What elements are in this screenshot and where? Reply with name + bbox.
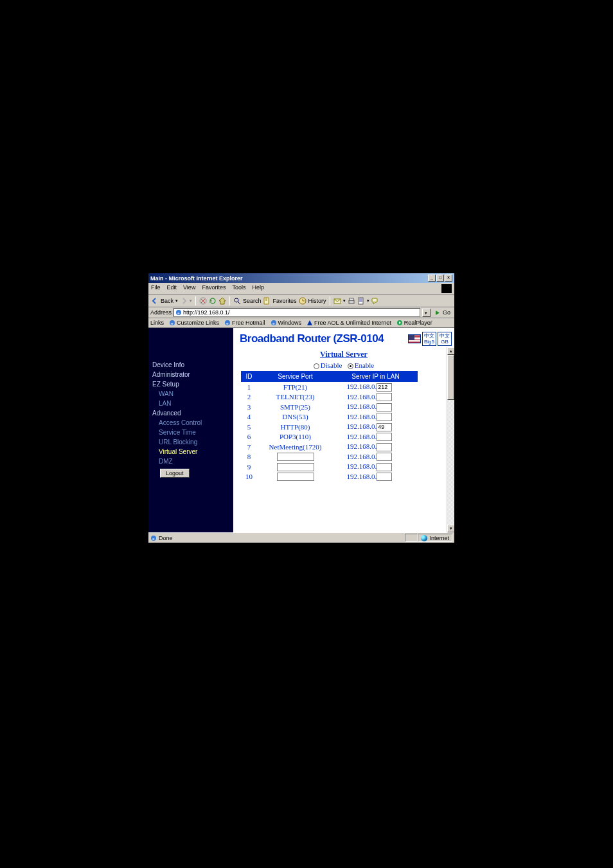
discuss-icon[interactable] — [371, 297, 379, 305]
link-realplayer[interactable]: RealPlayer — [396, 320, 432, 326]
port-input[interactable] — [277, 453, 314, 461]
link-windows[interactable]: eWindows — [271, 320, 302, 326]
forward-icon[interactable] — [180, 297, 188, 305]
maximize-button[interactable]: □ — [436, 275, 444, 282]
status-bar: e Done Internet — [148, 532, 454, 543]
cell-port: FTP(21) — [257, 382, 334, 392]
ip-last-octet-input[interactable] — [377, 393, 392, 401]
refresh-icon[interactable] — [209, 297, 217, 305]
home-icon[interactable] — [218, 297, 226, 305]
sidebar-item-url-blocking[interactable]: URL Blocking — [148, 437, 233, 447]
table-row: 5HTTP(80)192.168.0. — [242, 422, 418, 432]
sidebar-item-lan[interactable]: LAN — [148, 399, 233, 408]
cell-port — [257, 472, 334, 482]
menu-file[interactable]: File — [151, 284, 161, 293]
ip-last-octet-input[interactable] — [377, 443, 392, 451]
print-icon[interactable] — [348, 297, 355, 305]
address-url: http://192.168.0.1/ — [183, 309, 230, 316]
page-icon: e — [175, 309, 182, 316]
table-row: 4DNS(53)192.168.0. — [242, 412, 418, 422]
ip-last-octet-input[interactable] — [377, 473, 392, 481]
toolbar: Back ▾ ▾ Search Favorites History ▾ ▾ — [148, 295, 454, 307]
cell-port: HTTP(80) — [257, 422, 334, 432]
ip-last-octet-input[interactable] — [377, 463, 392, 471]
sidebar-item-service-time[interactable]: Service Time — [148, 428, 233, 437]
scroll-down-button[interactable]: ▾ — [447, 525, 454, 532]
address-dropdown[interactable]: ▾ — [422, 309, 431, 317]
sidebar-item-access-control[interactable]: Access Control — [148, 418, 233, 428]
menu-view[interactable]: View — [183, 284, 195, 293]
ip-last-octet-input[interactable] — [377, 413, 392, 421]
link-customize[interactable]: eCustomize Links — [169, 320, 219, 326]
ip-last-octet-input[interactable] — [377, 453, 392, 461]
svg-marker-16 — [307, 320, 312, 325]
sidebar-item-device-info[interactable]: Device Info — [148, 360, 233, 370]
sidebar-item-administrator[interactable]: Administrator — [148, 370, 233, 379]
ip-prefix: 192.168.0. — [347, 473, 377, 480]
search-icon[interactable] — [233, 297, 241, 305]
close-button[interactable]: × — [445, 275, 452, 282]
cell-id: 1 — [242, 382, 257, 392]
cell-id: 6 — [242, 432, 257, 442]
edit-dropdown[interactable]: ▾ — [367, 298, 369, 303]
forward-dropdown[interactable]: ▾ — [190, 298, 192, 303]
menu-edit[interactable]: Edit — [167, 284, 177, 293]
lang-big5[interactable]: 中文Big5 — [422, 332, 436, 346]
back-dropdown[interactable]: ▾ — [175, 298, 178, 303]
address-input[interactable]: e http://192.168.0.1/ — [173, 308, 420, 317]
radio-disable-label: Disable — [321, 361, 342, 369]
cell-ip: 192.168.0. — [334, 442, 418, 452]
favorites-button[interactable]: Favorites — [273, 298, 297, 304]
scroll-up-button[interactable]: ▴ — [447, 347, 454, 355]
status-zone-label: Internet — [429, 535, 449, 541]
page-header: Broadband Router (ZSR-0104 中文Big5 中文GB — [233, 328, 454, 348]
menu-help[interactable]: Help — [252, 284, 264, 293]
table-row: 10192.168.0. — [242, 472, 418, 482]
status-zone: Internet — [418, 534, 452, 542]
back-button[interactable]: Back — [161, 298, 173, 304]
minimize-button[interactable]: _ — [428, 275, 436, 282]
sidebar-item-ez-setup[interactable]: EZ Setup — [148, 379, 233, 389]
search-button[interactable]: Search — [243, 298, 262, 304]
cell-ip: 192.168.0. — [334, 402, 418, 412]
port-input[interactable] — [277, 463, 314, 471]
ip-last-octet-input[interactable] — [377, 403, 392, 411]
cell-ip: 192.168.0. — [334, 422, 418, 432]
sidebar-item-virtual-server[interactable]: Virtual Server — [148, 447, 233, 457]
menu-tools[interactable]: Tools — [232, 284, 245, 293]
stop-icon[interactable] — [199, 297, 207, 305]
sidebar-item-wan[interactable]: WAN — [148, 389, 233, 399]
back-icon[interactable] — [151, 297, 159, 305]
ip-last-octet-input[interactable] — [377, 383, 392, 392]
cell-id: 5 — [242, 422, 257, 432]
link-aol[interactable]: Free AOL & Unlimited Internet — [306, 320, 391, 326]
mail-dropdown[interactable]: ▾ — [343, 298, 346, 303]
lang-gb[interactable]: 中文GB — [438, 332, 452, 346]
scroll-thumb[interactable] — [447, 355, 454, 400]
window-title: Main - Microsoft Internet Explorer — [150, 275, 243, 282]
history-icon[interactable] — [299, 297, 306, 305]
sidebar-item-advanced[interactable]: Advanced — [148, 408, 233, 418]
page-icon: e — [271, 320, 277, 326]
cell-ip: 192.168.0. — [334, 412, 418, 422]
mail-icon[interactable] — [333, 297, 341, 305]
logout-button[interactable]: Logout — [160, 469, 190, 478]
menu-favorites[interactable]: Favorites — [202, 284, 226, 293]
favorites-icon[interactable] — [263, 297, 271, 305]
go-button[interactable]: Go — [432, 309, 452, 316]
ip-last-octet-input[interactable] — [377, 423, 392, 431]
radio-disable[interactable] — [314, 363, 319, 369]
port-input[interactable] — [277, 473, 314, 481]
scroll-track[interactable] — [447, 355, 454, 525]
cell-port: DNS(53) — [257, 412, 334, 422]
edit-icon[interactable] — [357, 297, 365, 305]
link-hotmail[interactable]: eFree Hotmail — [224, 320, 265, 326]
cell-ip: 192.168.0. — [334, 392, 418, 402]
radio-enable[interactable] — [348, 363, 353, 369]
sidebar-item-dmz[interactable]: DMZ — [148, 457, 233, 466]
ip-last-octet-input[interactable] — [377, 433, 392, 441]
cell-id: 8 — [242, 452, 257, 462]
scrollbar[interactable]: ▴ ▾ — [447, 347, 454, 532]
history-button[interactable]: History — [308, 298, 326, 304]
links-label: Links — [150, 320, 164, 326]
